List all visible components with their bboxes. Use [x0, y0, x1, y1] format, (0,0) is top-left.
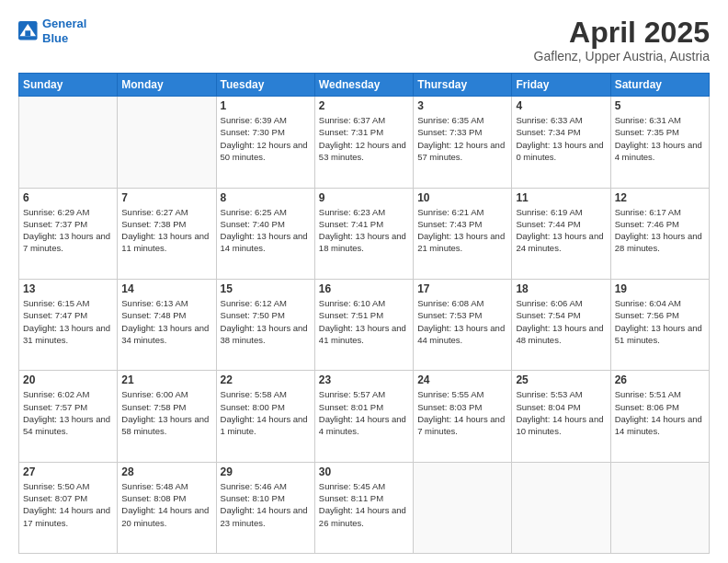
week-row-3: 13Sunrise: 6:15 AM Sunset: 7:47 PM Dayli… [19, 279, 710, 370]
day-info: Sunrise: 6:13 AM Sunset: 7:48 PM Dayligh… [121, 297, 211, 346]
calendar-cell: 22Sunrise: 5:58 AM Sunset: 8:00 PM Dayli… [216, 371, 314, 462]
day-number: 2 [319, 99, 409, 112]
logo-line1: General [42, 17, 86, 30]
day-info: Sunrise: 6:21 AM Sunset: 7:43 PM Dayligh… [417, 206, 507, 255]
day-info: Sunrise: 6:31 AM Sunset: 7:35 PM Dayligh… [615, 114, 705, 163]
calendar-cell: 9Sunrise: 6:23 AM Sunset: 7:41 PM Daylig… [314, 188, 413, 279]
day-info: Sunrise: 5:48 AM Sunset: 8:08 PM Dayligh… [121, 480, 211, 529]
calendar-cell: 13Sunrise: 6:15 AM Sunset: 7:47 PM Dayli… [19, 279, 118, 370]
day-info: Sunrise: 5:46 AM Sunset: 8:10 PM Dayligh… [221, 480, 311, 529]
day-number: 8 [221, 191, 311, 204]
day-info: Sunrise: 6:25 AM Sunset: 7:40 PM Dayligh… [221, 206, 311, 255]
calendar-cell: 19Sunrise: 6:04 AM Sunset: 7:56 PM Dayli… [610, 279, 709, 370]
calendar-cell: 15Sunrise: 6:12 AM Sunset: 7:50 PM Dayli… [216, 279, 314, 370]
calendar-cell: 7Sunrise: 6:27 AM Sunset: 7:38 PM Daylig… [118, 188, 216, 279]
week-row-2: 6Sunrise: 6:29 AM Sunset: 7:37 PM Daylig… [19, 188, 710, 279]
day-info: Sunrise: 6:33 AM Sunset: 7:34 PM Dayligh… [516, 114, 606, 163]
day-info: Sunrise: 5:45 AM Sunset: 8:11 PM Dayligh… [319, 480, 409, 529]
day-info: Sunrise: 6:19 AM Sunset: 7:44 PM Dayligh… [516, 206, 606, 255]
day-info: Sunrise: 5:51 AM Sunset: 8:06 PM Dayligh… [615, 388, 705, 437]
calendar-table: SundayMondayTuesdayWednesdayThursdayFrid… [18, 73, 710, 554]
day-info: Sunrise: 6:37 AM Sunset: 7:31 PM Dayligh… [319, 114, 409, 163]
day-number: 12 [615, 191, 705, 204]
day-number: 15 [221, 282, 311, 295]
day-number: 25 [516, 373, 606, 386]
logo-text: General Blue [42, 17, 86, 45]
calendar-cell: 14Sunrise: 6:13 AM Sunset: 7:48 PM Dayli… [118, 279, 216, 370]
calendar-cell [118, 97, 216, 188]
day-info: Sunrise: 6:39 AM Sunset: 7:30 PM Dayligh… [221, 114, 311, 163]
day-number: 21 [121, 373, 211, 386]
header: General Blue April 2025 Gaflenz, Upper A… [18, 17, 710, 63]
day-number: 19 [615, 282, 705, 295]
day-number: 24 [417, 373, 507, 386]
svg-rect-2 [25, 30, 30, 36]
calendar-cell: 4Sunrise: 6:33 AM Sunset: 7:34 PM Daylig… [512, 97, 610, 188]
calendar-cell [512, 462, 610, 553]
day-number: 22 [221, 373, 311, 386]
week-row-4: 20Sunrise: 6:02 AM Sunset: 7:57 PM Dayli… [19, 371, 710, 462]
day-info: Sunrise: 6:23 AM Sunset: 7:41 PM Dayligh… [319, 206, 409, 255]
calendar-cell: 18Sunrise: 6:06 AM Sunset: 7:54 PM Dayli… [512, 279, 610, 370]
day-number: 7 [121, 191, 211, 204]
logo-line2: Blue [42, 31, 68, 45]
calendar-cell: 6Sunrise: 6:29 AM Sunset: 7:37 PM Daylig… [19, 188, 118, 279]
col-header-thursday: Thursday [414, 74, 512, 97]
calendar-cell: 23Sunrise: 5:57 AM Sunset: 8:01 PM Dayli… [314, 371, 413, 462]
calendar-cell: 5Sunrise: 6:31 AM Sunset: 7:35 PM Daylig… [610, 97, 709, 188]
calendar-cell: 16Sunrise: 6:10 AM Sunset: 7:51 PM Dayli… [314, 279, 413, 370]
calendar-cell: 1Sunrise: 6:39 AM Sunset: 7:30 PM Daylig… [216, 97, 314, 188]
col-header-wednesday: Wednesday [314, 74, 413, 97]
day-number: 1 [221, 99, 311, 112]
calendar-cell: 2Sunrise: 6:37 AM Sunset: 7:31 PM Daylig… [314, 97, 413, 188]
calendar-cell: 10Sunrise: 6:21 AM Sunset: 7:43 PM Dayli… [414, 188, 512, 279]
col-header-friday: Friday [512, 74, 610, 97]
col-header-saturday: Saturday [610, 74, 709, 97]
day-number: 9 [319, 191, 409, 204]
day-number: 23 [319, 373, 409, 386]
day-number: 3 [417, 99, 507, 112]
day-number: 4 [516, 99, 606, 112]
day-info: Sunrise: 6:04 AM Sunset: 7:56 PM Dayligh… [615, 297, 705, 346]
day-number: 27 [23, 465, 113, 478]
calendar-cell: 20Sunrise: 6:02 AM Sunset: 7:57 PM Dayli… [19, 371, 118, 462]
calendar-cell: 25Sunrise: 5:53 AM Sunset: 8:04 PM Dayli… [512, 371, 610, 462]
day-number: 18 [516, 282, 606, 295]
calendar-cell: 27Sunrise: 5:50 AM Sunset: 8:07 PM Dayli… [19, 462, 118, 553]
day-info: Sunrise: 6:29 AM Sunset: 7:37 PM Dayligh… [23, 206, 113, 255]
page: General Blue April 2025 Gaflenz, Upper A… [0, 0, 728, 563]
calendar-cell: 24Sunrise: 5:55 AM Sunset: 8:03 PM Dayli… [414, 371, 512, 462]
day-info: Sunrise: 6:27 AM Sunset: 7:38 PM Dayligh… [121, 206, 211, 255]
month-title: April 2025 [534, 17, 710, 49]
day-info: Sunrise: 5:57 AM Sunset: 8:01 PM Dayligh… [319, 388, 409, 437]
week-row-1: 1Sunrise: 6:39 AM Sunset: 7:30 PM Daylig… [19, 97, 710, 188]
day-number: 30 [319, 465, 409, 478]
calendar-cell: 28Sunrise: 5:48 AM Sunset: 8:08 PM Dayli… [118, 462, 216, 553]
day-info: Sunrise: 6:00 AM Sunset: 7:58 PM Dayligh… [121, 388, 211, 437]
day-number: 16 [319, 282, 409, 295]
day-number: 5 [615, 99, 705, 112]
day-info: Sunrise: 6:08 AM Sunset: 7:53 PM Dayligh… [417, 297, 507, 346]
day-info: Sunrise: 6:10 AM Sunset: 7:51 PM Dayligh… [319, 297, 409, 346]
calendar-cell: 12Sunrise: 6:17 AM Sunset: 7:46 PM Dayli… [610, 188, 709, 279]
col-header-tuesday: Tuesday [216, 74, 314, 97]
calendar-cell [19, 97, 118, 188]
day-info: Sunrise: 5:58 AM Sunset: 8:00 PM Dayligh… [221, 388, 311, 437]
day-number: 29 [221, 465, 311, 478]
logo-icon [18, 21, 39, 41]
calendar-cell: 30Sunrise: 5:45 AM Sunset: 8:11 PM Dayli… [314, 462, 413, 553]
day-number: 28 [121, 465, 211, 478]
day-number: 26 [615, 373, 705, 386]
day-info: Sunrise: 6:17 AM Sunset: 7:46 PM Dayligh… [615, 206, 705, 255]
day-info: Sunrise: 5:55 AM Sunset: 8:03 PM Dayligh… [417, 388, 507, 437]
calendar-cell: 11Sunrise: 6:19 AM Sunset: 7:44 PM Dayli… [512, 188, 610, 279]
day-info: Sunrise: 6:06 AM Sunset: 7:54 PM Dayligh… [516, 297, 606, 346]
location-title: Gaflenz, Upper Austria, Austria [534, 49, 710, 63]
col-header-sunday: Sunday [19, 74, 118, 97]
calendar-cell: 29Sunrise: 5:46 AM Sunset: 8:10 PM Dayli… [216, 462, 314, 553]
day-info: Sunrise: 5:53 AM Sunset: 8:04 PM Dayligh… [516, 388, 606, 437]
calendar-cell [610, 462, 709, 553]
day-number: 10 [417, 191, 507, 204]
day-info: Sunrise: 6:12 AM Sunset: 7:50 PM Dayligh… [221, 297, 311, 346]
col-header-monday: Monday [118, 74, 216, 97]
